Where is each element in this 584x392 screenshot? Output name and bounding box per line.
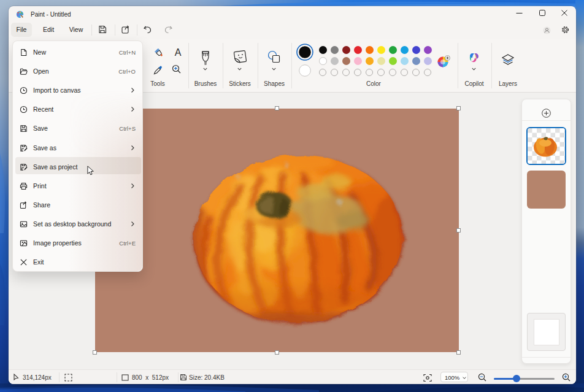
svg-text:A: A (175, 47, 182, 58)
